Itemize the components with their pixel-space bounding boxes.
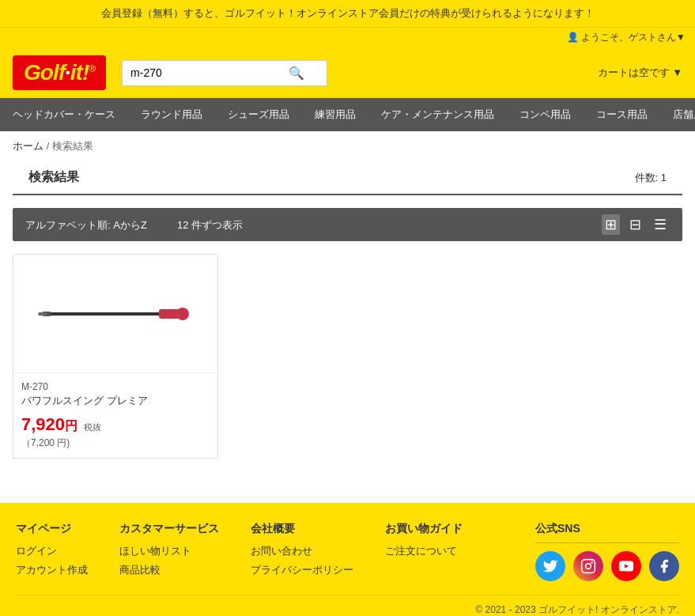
footer-col-customer: カスタマーサービス ほしい物リスト 商品比較 — [119, 522, 219, 582]
guest-label[interactable]: ようこそ、ゲストさん▼ — [581, 32, 686, 43]
footer-about-heading: 会社概要 — [251, 522, 353, 536]
product-grid: M-270 パワフルスイング プレミア 7,920円 税抜 （7,200 円) — [0, 241, 695, 471]
footer-link-compare[interactable]: 商品比較 — [119, 563, 219, 577]
instagram-icon[interactable] — [573, 551, 603, 581]
breadcrumb: ホーム / 検索結果 — [0, 131, 695, 161]
footer-link-wishlist[interactable]: ほしい物リスト — [119, 544, 219, 558]
svg-point-7 — [591, 561, 593, 564]
logo-text: Golf·it!® — [24, 60, 95, 85]
cart-area[interactable]: カートは空です ▼ — [598, 66, 682, 80]
product-code: M-270 — [21, 381, 210, 392]
per-page-select[interactable]: 12 件ずつ表示 24 件ずつ表示 48 件ずつ表示 — [177, 219, 256, 231]
header: Golf·it!® 🔍 カートは空です ▼ — [0, 47, 695, 98]
twitter-icon[interactable] — [535, 551, 565, 581]
footer-mypage-heading: マイページ — [16, 522, 88, 536]
search-input[interactable] — [130, 66, 289, 79]
footer-link-login[interactable]: ログイン — [16, 544, 88, 558]
breadcrumb-current: 検索結果 — [52, 140, 93, 152]
footer: マイページ ログイン アカウント作成 カスタマーサービス ほしい物リスト 商品比… — [0, 503, 695, 616]
svg-rect-1 — [159, 309, 179, 319]
guest-bar[interactable]: 👤 ようこそ、ゲストさん▼ — [0, 27, 695, 47]
footer-link-privacy[interactable]: プライバシーポリシー — [251, 563, 353, 577]
svg-rect-0 — [44, 312, 167, 316]
footer-link-contact[interactable]: お問い合わせ — [251, 544, 353, 558]
footer-link-account[interactable]: アカウント作成 — [16, 563, 88, 577]
nav-item-store[interactable]: 店舗用品 — [660, 98, 695, 131]
svg-point-6 — [586, 564, 591, 569]
product-image — [36, 298, 195, 330]
breadcrumb-home[interactable]: ホーム — [13, 140, 43, 152]
nav-item-course[interactable]: コース用品 — [584, 98, 660, 131]
product-name: パワフルスイング プレミア — [21, 394, 210, 408]
search-bar: 🔍 — [122, 60, 327, 86]
footer-col-about: 会社概要 お問い合わせ プライバシーポリシー — [251, 522, 353, 582]
view-grid2-button[interactable]: ⊟ — [626, 214, 644, 235]
product-card[interactable]: M-270 パワフルスイング プレミア 7,920円 税抜 （7,200 円) — [13, 254, 218, 459]
footer-sns-heading: 公式SNS — [535, 522, 679, 536]
guest-icon: 👤 — [567, 32, 579, 43]
cart-label: カートは空です ▼ — [598, 66, 682, 78]
product-price-row: 7,920円 税抜 — [21, 414, 210, 435]
product-price: 7,920円 — [21, 414, 82, 434]
results-header: 検索結果 件数: 1 — [13, 161, 682, 195]
view-icons: ⊞ ⊟ ☰ — [602, 214, 670, 235]
svg-rect-5 — [582, 560, 595, 573]
search-button[interactable]: 🔍 — [289, 66, 304, 81]
nav-item-care[interactable]: ケア・メンテナンス用品 — [368, 98, 507, 131]
main-nav: ヘッドカバー・ケース ラウンド用品 シューズ用品 練習用品 ケア・メンテナンス用… — [0, 98, 695, 131]
footer-columns: マイページ ログイン アカウント作成 カスタマーサービス ほしい物リスト 商品比… — [16, 522, 679, 582]
footer-link-order[interactable]: ご注文について — [385, 544, 463, 558]
nav-item-round[interactable]: ラウンド用品 — [128, 98, 215, 131]
youtube-icon[interactable] — [611, 551, 641, 581]
footer-guide-heading: お買い物ガイド — [385, 522, 463, 536]
nav-item-compe[interactable]: コンペ用品 — [507, 98, 584, 131]
footer-col-mypage: マイページ ログイン アカウント作成 — [16, 522, 88, 582]
sns-icons — [535, 551, 679, 581]
results-count: 件数: 1 — [635, 171, 667, 185]
sort-select[interactable]: アルファベット順: AからZ 価格: 安い順 価格: 高い順 — [25, 219, 160, 231]
nav-item-headcover[interactable]: ヘッドカバー・ケース — [0, 98, 128, 131]
footer-col-guide: お買い物ガイド ご注文について — [385, 522, 463, 582]
sort-bar: アルファベット順: AからZ 価格: 安い順 価格: 高い順 12 件ずつ表示 … — [13, 208, 682, 241]
view-list-button[interactable]: ☰ — [651, 214, 670, 235]
footer-customer-heading: カスタマーサービス — [119, 522, 219, 536]
product-info: M-270 パワフルスイング プレミア 7,920円 税抜 （7,200 円) — [13, 373, 217, 458]
results-title: 検索結果 — [28, 169, 79, 186]
nav-item-practice[interactable]: 練習用品 — [302, 98, 368, 131]
product-image-area — [13, 255, 217, 373]
product-price-original: （7,200 円) — [21, 436, 210, 450]
product-price-tax: 税抜 — [84, 422, 101, 432]
svg-point-3 — [176, 308, 189, 320]
footer-sns: 公式SNS — [535, 522, 679, 582]
breadcrumb-separator: / — [47, 140, 52, 152]
nav-item-shoes[interactable]: シューズ用品 — [215, 98, 302, 131]
view-grid-button[interactable]: ⊞ — [602, 214, 620, 235]
facebook-icon[interactable] — [649, 551, 679, 581]
site-logo[interactable]: Golf·it!® — [13, 55, 106, 90]
top-banner: 会員登録（無料）すると、ゴルフイット！オンラインストア会員だけの特典が受けられる… — [0, 0, 695, 27]
footer-copyright: © 2021 - 2023 ゴルフイット! オンラインストア. — [16, 595, 679, 616]
svg-rect-4 — [38, 312, 47, 316]
